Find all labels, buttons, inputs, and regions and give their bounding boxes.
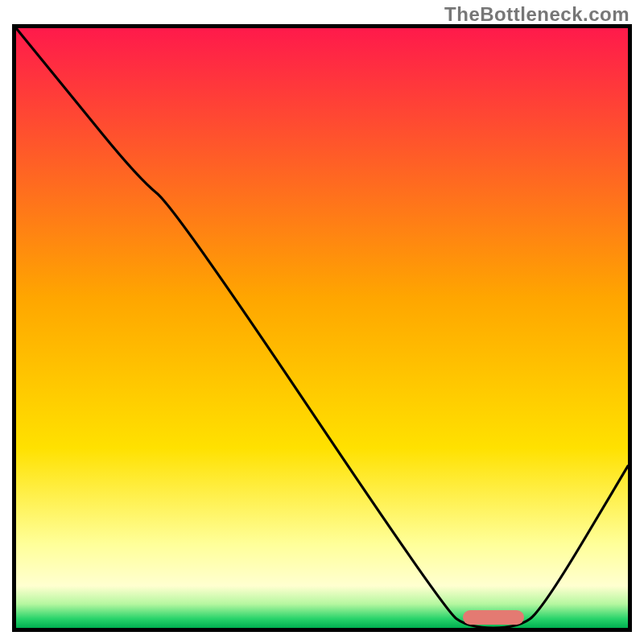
watermark-text: TheBottleneck.com — [444, 3, 630, 26]
bottleneck-curve — [16, 28, 628, 628]
plot-area — [16, 28, 628, 628]
plot-frame — [12, 24, 632, 632]
optimal-range-marker — [463, 610, 524, 625]
